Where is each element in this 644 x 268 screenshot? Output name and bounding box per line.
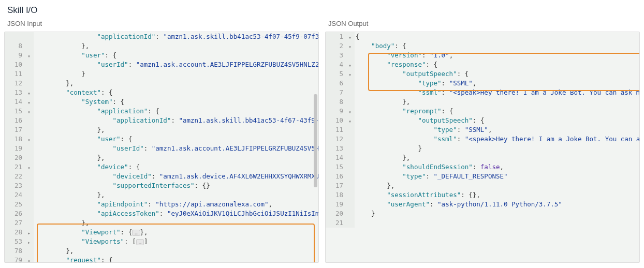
code-content	[355, 218, 356, 228]
code-line[interactable]: 9▾ "user": {	[5, 51, 318, 60]
code-line[interactable]: 78 },	[5, 246, 318, 256]
code-line[interactable]: 21▾ "device": {	[5, 162, 318, 172]
line-number: 10	[326, 116, 348, 125]
code-line[interactable]: 20 }	[326, 209, 639, 218]
code-line[interactable]: 5▾ "outputSpeech": {	[326, 69, 639, 79]
fold-arrow-icon[interactable]: ▾	[27, 107, 34, 116]
code-line[interactable]: 1▾{	[326, 32, 639, 41]
fold-arrow-icon[interactable]: ▸	[27, 237, 34, 246]
json-input-editor[interactable]: "applicationId": "amzn1.ask.skill.bb41ac…	[4, 32, 319, 263]
json-input-panel: JSON Input "applicationId": "amzn1.ask.s…	[4, 20, 319, 263]
code-content: "ssml": "<speak>Hey there! I am a Joke B…	[355, 88, 639, 97]
line-number: 16	[326, 172, 348, 181]
fold-arrow-icon[interactable]: ▾	[348, 41, 355, 51]
fold-arrow-icon[interactable]: ▾	[348, 116, 355, 125]
fold-arrow-icon[interactable]: ▾	[348, 32, 355, 41]
code-content: "userId": "amzn1.ask.account.AE3LJFIPPEL…	[34, 144, 318, 153]
fold-arrow-icon	[27, 69, 34, 79]
code-line[interactable]: 2▾ "body": {	[326, 41, 639, 51]
code-line[interactable]: 19 "userId": "amzn1.ask.account.AE3LJFIP…	[5, 144, 318, 153]
fold-arrow-icon[interactable]: ▾	[27, 162, 34, 172]
line-number: 25	[5, 200, 27, 209]
code-line[interactable]: 13 }	[326, 144, 639, 153]
code-line[interactable]: 14 },	[326, 153, 639, 162]
code-line[interactable]: 26 "apiAccessToken": "eyJ0eXAiOiJKV1QiLC…	[5, 209, 318, 218]
line-number: 14	[326, 153, 348, 162]
fold-arrow-icon[interactable]: ▾	[27, 256, 34, 263]
line-number: 21	[5, 162, 27, 172]
code-content: "application": {	[34, 107, 159, 116]
code-line[interactable]: 4▾ "response": {	[326, 60, 639, 69]
code-line[interactable]: 11 }	[5, 69, 318, 79]
code-content: "version": "1.0",	[355, 51, 453, 60]
code-line[interactable]: 18 "sessionAttributes": {},	[326, 190, 639, 200]
fold-arrow-icon[interactable]: ▾	[27, 88, 34, 97]
code-line[interactable]: 17 },	[5, 125, 318, 135]
code-line[interactable]: 79▾ "request": {	[5, 256, 318, 263]
fold-arrow-icon[interactable]: ▾	[348, 60, 355, 69]
fold-arrow-icon[interactable]: ▾	[348, 69, 355, 79]
code-content: "supportedInterfaces": {}	[34, 181, 210, 190]
line-number: 2	[326, 41, 348, 51]
fold-arrow-icon[interactable]: ▾	[348, 107, 355, 116]
fold-arrow-icon	[348, 162, 355, 172]
fold-arrow-icon[interactable]: ▾	[27, 97, 34, 107]
code-line[interactable]: 22 "deviceId": "amzn1.ask.device.AF4XL6W…	[5, 172, 318, 181]
code-line[interactable]: 20 },	[5, 153, 318, 162]
code-content: "apiAccessToken": "eyJ0eXAiOiJKV1QiLCJhb…	[34, 209, 318, 218]
code-line[interactable]: 8 },	[326, 97, 639, 107]
code-line[interactable]: 10 "userId": "amzn1.ask.account.AE3LJFIP…	[5, 60, 318, 69]
code-line[interactable]: 9▾ "reprompt": {	[326, 107, 639, 116]
code-line[interactable]: 15▾ "application": {	[5, 107, 318, 116]
section-header: Skill I/O	[0, 0, 644, 20]
code-content: },	[355, 181, 394, 190]
code-line[interactable]: 27 },	[5, 218, 318, 228]
code-line[interactable]: 6 "type": "SSML",	[326, 79, 639, 88]
code-line[interactable]: 28▸ "Viewport": {…},	[5, 228, 318, 237]
code-line[interactable]: 11 "type": "SSML",	[326, 125, 639, 135]
scrollbar-thumb[interactable]	[314, 94, 317, 187]
code-line[interactable]: 13▾ "context": {	[5, 88, 318, 97]
fold-arrow-icon	[27, 60, 34, 69]
code-content: "sessionAttributes": {},	[355, 190, 480, 200]
code-content: "Viewport": {…},	[34, 228, 148, 237]
fold-arrow-icon	[27, 32, 34, 41]
line-number: 12	[326, 135, 348, 144]
json-output-editor[interactable]: 1▾{2▾ "body": {3 "version": "1.0",4▾ "re…	[325, 32, 640, 263]
code-line[interactable]: 18▾ "user": {	[5, 135, 318, 144]
code-content: }	[355, 144, 422, 153]
json-input-label: JSON Input	[4, 20, 319, 32]
code-line[interactable]: 16 "type": "_DEFAULT_RESPONSE"	[326, 172, 639, 181]
code-line[interactable]: 8 },	[5, 41, 318, 51]
code-line[interactable]: 7 "ssml": "<speak>Hey there! I am a Joke…	[326, 88, 639, 97]
code-line[interactable]: 24 },	[5, 190, 318, 200]
line-number: 14	[5, 97, 27, 107]
code-line[interactable]: 14▾ "System": {	[5, 97, 318, 107]
code-line[interactable]: 12 "ssml": "<speak>Hey there! I am a Jok…	[326, 135, 639, 144]
code-line[interactable]: "applicationId": "amzn1.ask.skill.bb41ac…	[5, 32, 318, 41]
code-line[interactable]: 15 "shouldEndSession": false,	[326, 162, 639, 172]
code-line[interactable]: 16 "applicationId": "amzn1.ask.skill.bb4…	[5, 116, 318, 125]
code-content: "userId": "amzn1.ask.account.AE3LJFIPPEL…	[34, 60, 318, 69]
fold-arrow-icon	[348, 51, 355, 60]
fold-arrow-icon	[348, 200, 355, 209]
code-line[interactable]: 3 "version": "1.0",	[326, 51, 639, 60]
fold-arrow-icon[interactable]: ▸	[27, 228, 34, 237]
code-content: "shouldEndSession": false,	[355, 162, 504, 172]
line-number: 19	[5, 144, 27, 153]
fold-arrow-icon[interactable]: ▾	[27, 51, 34, 60]
code-line[interactable]: 25 "apiEndpoint": "https://api.amazonale…	[5, 200, 318, 209]
line-number: 6	[326, 79, 348, 88]
code-line[interactable]: 23 "supportedInterfaces": {}	[5, 181, 318, 190]
code-line[interactable]: 53▸ "Viewports": […]	[5, 237, 318, 246]
code-line[interactable]: 17 },	[326, 181, 639, 190]
code-content: "outputSpeech": {	[355, 69, 469, 79]
code-line[interactable]: 12 },	[5, 79, 318, 88]
line-number: 20	[5, 153, 27, 162]
code-line[interactable]: 19 "userAgent": "ask-python/1.11.0 Pytho…	[326, 200, 639, 209]
fold-arrow-icon	[348, 97, 355, 107]
code-line[interactable]: 21	[326, 218, 639, 228]
fold-arrow-icon[interactable]: ▾	[27, 135, 34, 144]
fold-arrow-icon	[348, 209, 355, 218]
code-line[interactable]: 10▾ "outputSpeech": {	[326, 116, 639, 125]
